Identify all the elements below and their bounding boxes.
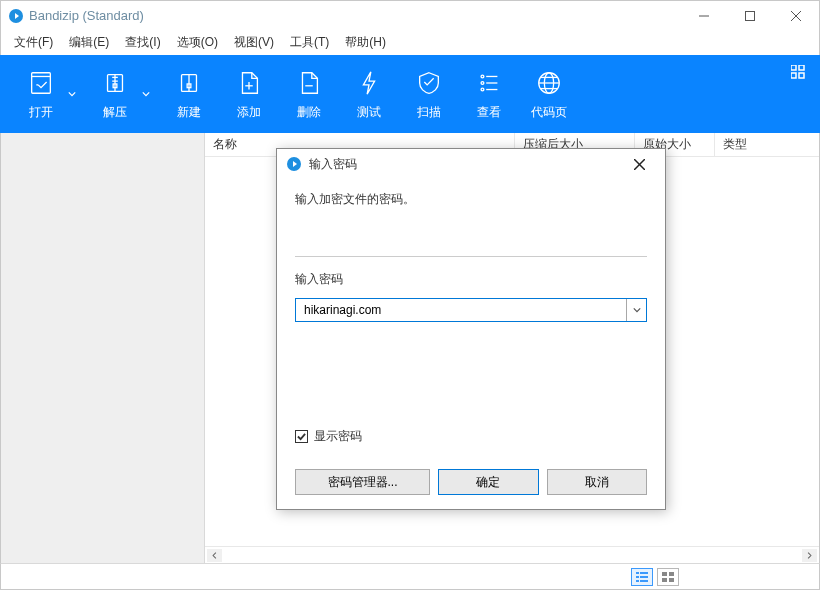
tool-test-label: 测试 [357, 104, 381, 121]
toolbar: 打开 解压 新建 添加 删除 测试 扫描 查看 代码页 [0, 55, 820, 133]
password-input[interactable] [296, 299, 626, 321]
window-controls [681, 1, 819, 30]
svg-point-16 [481, 75, 484, 78]
svg-rect-35 [636, 580, 639, 582]
password-field-label: 输入密码 [295, 271, 647, 288]
svg-rect-32 [640, 572, 648, 574]
show-password-checkbox[interactable]: 显示密码 [295, 428, 647, 445]
dialog-body: 输入加密文件的密码。 输入密码 显示密码 密码管理器... 确定 取消 [277, 179, 665, 509]
svg-point-20 [481, 88, 484, 91]
extract-dropdown[interactable] [137, 55, 155, 133]
menu-options[interactable]: 选项(O) [169, 31, 226, 54]
tool-open-label: 打开 [29, 104, 53, 121]
ok-button[interactable]: 确定 [438, 469, 538, 495]
dialog-buttons: 密码管理器... 确定 取消 [295, 469, 647, 495]
dialog-instruction: 输入加密文件的密码。 [295, 191, 647, 208]
scroll-right-icon[interactable] [802, 549, 817, 562]
open-dropdown[interactable] [63, 55, 81, 133]
tool-delete[interactable]: 删除 [279, 55, 339, 133]
svg-rect-38 [669, 572, 674, 576]
svg-rect-40 [669, 578, 674, 582]
view-details-icon[interactable] [631, 568, 653, 586]
checkbox-icon [295, 430, 308, 443]
dialog-separator [295, 256, 647, 257]
menu-edit[interactable]: 编辑(E) [61, 31, 117, 54]
tool-view[interactable]: 查看 [459, 55, 519, 133]
svg-rect-34 [640, 576, 648, 578]
maximize-button[interactable] [727, 1, 773, 30]
add-icon [234, 68, 264, 98]
password-combo [295, 298, 647, 322]
menu-tools[interactable]: 工具(T) [282, 31, 337, 54]
tool-open[interactable]: 打开 [11, 55, 71, 133]
globe-icon [534, 68, 564, 98]
view-icon [474, 68, 504, 98]
menu-view[interactable]: 视图(V) [226, 31, 282, 54]
menu-file[interactable]: 文件(F) [6, 31, 61, 54]
svg-point-18 [481, 81, 484, 84]
close-button[interactable] [773, 1, 819, 30]
tool-add[interactable]: 添加 [219, 55, 279, 133]
svg-rect-37 [662, 572, 667, 576]
col-type[interactable]: 类型 [715, 133, 819, 156]
cancel-button[interactable]: 取消 [547, 469, 647, 495]
svg-rect-36 [640, 580, 648, 582]
delete-icon [294, 68, 324, 98]
open-icon [26, 68, 56, 98]
sidebar[interactable] [1, 133, 205, 563]
new-icon [174, 68, 204, 98]
tool-view-label: 查看 [477, 104, 501, 121]
view-icons-icon[interactable] [657, 568, 679, 586]
toolbar-layout-icon[interactable] [791, 65, 805, 82]
tool-scan-label: 扫描 [417, 104, 441, 121]
tool-new[interactable]: 新建 [159, 55, 219, 133]
svg-rect-4 [32, 72, 51, 93]
tool-new-label: 新建 [177, 104, 201, 121]
scroll-left-icon[interactable] [207, 549, 222, 562]
tool-delete-label: 删除 [297, 104, 321, 121]
show-password-label: 显示密码 [314, 428, 362, 445]
svg-rect-30 [799, 73, 804, 78]
dialog-titlebar: 输入密码 [277, 149, 665, 179]
tool-extract[interactable]: 解压 [85, 55, 145, 133]
tool-extract-label: 解压 [103, 104, 127, 121]
svg-rect-29 [791, 73, 796, 78]
menu-find[interactable]: 查找(I) [117, 31, 168, 54]
minimize-button[interactable] [681, 1, 727, 30]
scan-icon [414, 68, 444, 98]
menu-help[interactable]: 帮助(H) [337, 31, 394, 54]
statusbar [0, 563, 820, 590]
password-manager-button[interactable]: 密码管理器... [295, 469, 430, 495]
tool-scan[interactable]: 扫描 [399, 55, 459, 133]
app-icon [9, 9, 23, 23]
combo-dropdown-button[interactable] [626, 299, 646, 321]
password-dialog: 输入密码 输入加密文件的密码。 输入密码 显示密码 密码管理器... 确定 取消 [276, 148, 666, 510]
window-title: Bandizip (Standard) [29, 8, 144, 23]
menubar: 文件(F) 编辑(E) 查找(I) 选项(O) 视图(V) 工具(T) 帮助(H… [0, 30, 820, 55]
tool-add-label: 添加 [237, 104, 261, 121]
svg-rect-27 [791, 65, 796, 70]
svg-rect-28 [799, 65, 804, 70]
extract-icon [100, 68, 130, 98]
svg-rect-33 [636, 576, 639, 578]
dialog-title: 输入密码 [309, 156, 357, 173]
test-icon [354, 68, 384, 98]
dialog-close-button[interactable] [619, 150, 659, 178]
tool-codepage[interactable]: 代码页 [519, 55, 579, 133]
dialog-app-icon [287, 157, 301, 171]
svg-rect-31 [636, 572, 639, 574]
horizontal-scrollbar[interactable] [205, 546, 819, 563]
titlebar: Bandizip (Standard) [0, 0, 820, 30]
tool-codepage-label: 代码页 [531, 104, 567, 121]
svg-rect-1 [746, 11, 755, 20]
tool-test[interactable]: 测试 [339, 55, 399, 133]
svg-rect-39 [662, 578, 667, 582]
